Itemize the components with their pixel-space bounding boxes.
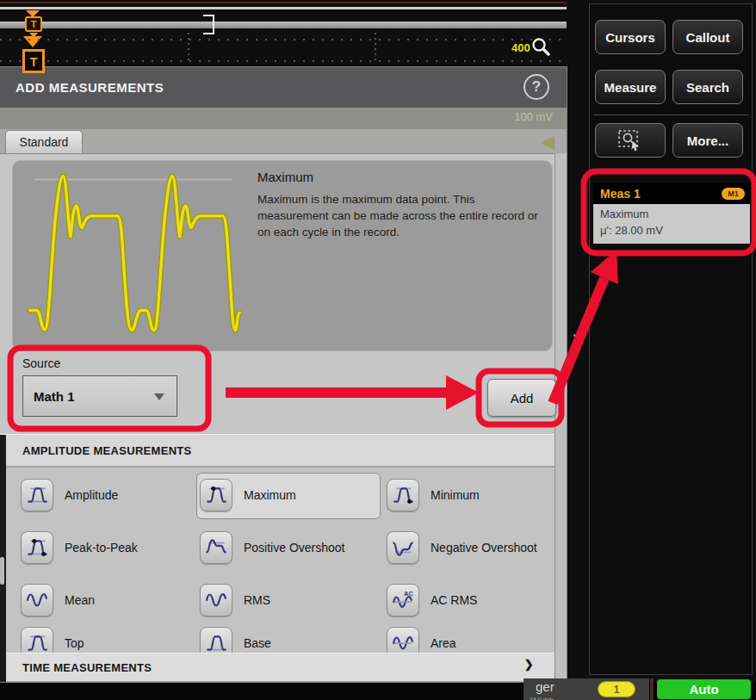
measurement-tile-mean[interactable]: Mean <box>21 584 95 616</box>
trigger-settings-box[interactable]: ger Width 1 <box>524 678 649 700</box>
width-label-fragment: Width <box>530 696 555 700</box>
translucent-band: 100 mV <box>0 108 567 129</box>
search-button[interactable]: Search <box>672 70 743 104</box>
horizontal-scale-readout: 400 <box>511 41 530 54</box>
horizontal-position-slider[interactable] <box>0 22 567 28</box>
measurement-tile-minimum[interactable]: Minimum <box>387 479 480 511</box>
measurement-tile-ac-rms[interactable]: AC AC RMS <box>387 584 477 616</box>
panel-divider-handle[interactable] <box>573 331 576 352</box>
minimum-icon <box>387 479 419 511</box>
trigger-slider-marker[interactable]: T <box>25 16 42 32</box>
time-section-title: TIME MEASUREMENTS <box>22 661 152 674</box>
add-measurements-dialog: ADD MEASUREMENTS ? 100 mV Standard Maxim… <box>0 67 567 682</box>
zoom-magnifier-icon[interactable] <box>530 36 553 62</box>
measurement-badge-name: Meas 1 <box>600 187 641 201</box>
measurement-badge-type: Maximum <box>600 207 750 223</box>
ac-rms-icon: AC <box>387 584 419 616</box>
measurement-label: Amplitude <box>65 488 118 502</box>
maximum-icon <box>200 479 232 511</box>
graticule-tick-column <box>188 33 189 64</box>
measurement-badge-id: M1 <box>722 188 745 200</box>
measurement-tile-maximum[interactable]: Maximum <box>200 479 296 511</box>
dialog-title: ADD MEASUREMENTS <box>15 80 164 95</box>
dialog-header[interactable]: ADD MEASUREMENTS ? <box>0 67 567 108</box>
measurement-tile-negative-overshoot[interactable]: Negative Overshoot <box>387 531 537 564</box>
time-section-header[interactable]: TIME MEASUREMENTS ❯ <box>0 653 555 682</box>
measurement-badge-header: Meas 1 M1 <box>593 183 750 204</box>
chevron-right-icon[interactable]: ❯ <box>524 658 534 671</box>
channel-reference-arrow-icon <box>541 136 555 150</box>
positive-overshoot-icon <box>200 531 232 564</box>
measurement-label: Maximum <box>244 488 296 502</box>
panel-divider <box>593 115 748 115</box>
waveform-preview <box>25 166 242 345</box>
negative-overshoot-icon <box>387 531 419 564</box>
measurement-label: RMS <box>244 593 270 607</box>
measurement-detail-panel: Maximum Maximum is the maximum data poin… <box>12 160 553 351</box>
tab-row: Standard <box>0 129 567 153</box>
left-edge-scrollbar[interactable] <box>0 435 6 682</box>
measurement-detail-description: Maximum is the maximum data point. This … <box>257 192 547 241</box>
trigger-indicator[interactable]: T <box>22 49 45 73</box>
oscilloscope-screen: T T 400 ADD MEASUREMENTS ? 100 mV Standa… <box>0 0 756 700</box>
measurement-result-badge[interactable]: Meas 1 M1 Maximum μ': 28.00 mV <box>593 183 750 244</box>
trigger-graticule-arrow-icon <box>23 36 42 47</box>
vertical-scale-readout: 100 mV <box>514 110 553 123</box>
bottom-divider <box>650 678 654 700</box>
callout-button[interactable]: Callout <box>672 20 743 54</box>
mean-icon <box>21 584 53 616</box>
measure-button[interactable]: Measure <box>595 70 666 104</box>
measurement-label: AC RMS <box>431 593 477 607</box>
amplitude-section-title: AMPLITUDE MEASUREMENTS <box>22 444 192 457</box>
zoom-overview-top-line <box>0 7 567 9</box>
rms-icon <box>200 584 232 616</box>
measurement-label: Peak-to-Peak <box>65 541 138 554</box>
add-button[interactable]: Add <box>487 379 556 417</box>
measurement-tile-amplitude[interactable]: Amplitude <box>21 479 118 511</box>
trigger-source-badge[interactable]: 1 <box>598 681 635 697</box>
measurement-label: Base <box>244 636 271 650</box>
zoom-select-button[interactable] <box>595 123 666 158</box>
trigger-label-fragment: ger <box>536 679 555 694</box>
measurement-tile-peak-to-peak[interactable]: Peak-to-Peak <box>21 531 138 564</box>
top-accent-line <box>0 2 567 3</box>
measurement-label: Positive Overshoot <box>244 541 345 554</box>
source-label: Source <box>22 356 60 370</box>
zoom-select-icon <box>616 128 645 152</box>
source-dropdown-value: Math 1 <box>34 389 75 404</box>
peak-to-peak-icon <box>21 531 53 564</box>
measurement-badge-value: μ': 28.00 mV <box>600 223 750 239</box>
dialog-scrollbar[interactable] <box>555 153 567 682</box>
more-button[interactable]: More... <box>672 123 743 158</box>
graticule-dots <box>0 60 567 62</box>
measurement-tile-positive-overshoot[interactable]: Positive Overshoot <box>200 531 345 564</box>
measurement-label: Top <box>65 636 84 650</box>
measurement-label: Negative Overshoot <box>431 541 537 554</box>
graticule-tick-column <box>375 33 376 64</box>
measurement-label: Mean <box>65 593 95 607</box>
measurement-badge-body: Maximum μ': 28.00 mV <box>593 204 750 244</box>
auto-acquisition-button[interactable]: Auto <box>657 679 751 699</box>
cursors-button[interactable]: Cursors <box>595 20 666 54</box>
amplitude-section-header[interactable]: AMPLITUDE MEASUREMENTS <box>0 434 555 467</box>
right-control-panel: Cursors Callout Measure Search More... M… <box>589 3 753 675</box>
chevron-down-icon <box>154 393 164 400</box>
source-dropdown[interactable]: Math 1 <box>22 375 177 417</box>
measurement-detail-title: Maximum <box>257 170 313 184</box>
help-icon[interactable]: ? <box>524 74 549 100</box>
amplitude-icon <box>21 479 53 511</box>
measurement-label: Area <box>431 636 456 650</box>
measurement-label: Minimum <box>431 488 480 502</box>
graticule-dots <box>0 39 567 40</box>
measurement-tile-rms[interactable]: RMS <box>200 584 270 616</box>
tab-standard[interactable]: Standard <box>5 130 83 153</box>
zoom-window-bracket[interactable] <box>203 15 214 34</box>
